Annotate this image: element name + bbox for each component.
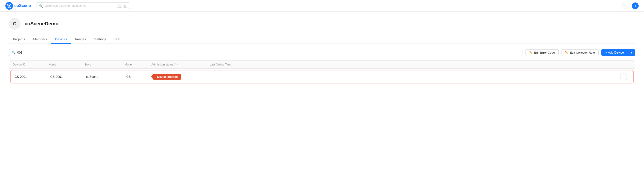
cell-model: CS [126, 75, 153, 78]
col-actions [622, 63, 631, 66]
topnav: coScene 🔍 Quick operations or navigate t… [0, 0, 644, 12]
edit-collector-rule-button[interactable]: ✏️ Edit Collector Rule [561, 49, 598, 56]
search-icon: 🔍 [39, 4, 43, 8]
cell-actions: ··· [620, 73, 630, 80]
admission-status-help-icon[interactable]: ? [174, 63, 178, 66]
table-row-wrap: CS-0001 CS-0001 coScene CS Device create… [9, 70, 635, 83]
cell-store: coScene [86, 75, 126, 78]
edit-collector-rule-label: Edit Collector Rule [570, 51, 595, 54]
col-name: Name [48, 63, 84, 66]
toolbar: 🔍 ✏️ Edit Error Code ✏️ Edit Collector R… [9, 49, 635, 56]
search-kbd: ⌘ K [117, 4, 127, 8]
more-dots-icon: ··· [622, 75, 626, 78]
add-device-group: + Add Device ▼ [601, 49, 635, 56]
chevron-down-icon: ▼ [630, 51, 633, 54]
device-created-label: Device created [153, 74, 181, 79]
col-last-online: Last Online Time [210, 63, 622, 66]
row-more-button[interactable]: ··· [620, 73, 627, 80]
svg-point-1 [8, 5, 10, 7]
edit-error-code-icon: ✏️ [529, 51, 533, 54]
org-name: coSceneDemo [24, 21, 58, 27]
edit-error-code-button[interactable]: ✏️ Edit Error Code [526, 49, 558, 56]
devices-table: Device ID Name Store Model Admission sta… [9, 60, 635, 85]
avatar-initials: li [634, 4, 636, 8]
cell-admission-status: Device created [153, 74, 211, 79]
edit-error-code-label: Edit Error Code [534, 51, 555, 54]
add-device-label: + Add Device [605, 51, 624, 54]
logo-text: coScene [14, 3, 31, 8]
tabs: Projects Members Devices Images Settings… [9, 35, 635, 44]
org-avatar-letter: C [13, 21, 16, 27]
col-admission-status: Admission status ? [152, 63, 210, 66]
nav-right: ? li [622, 3, 639, 9]
device-created-badge: Device created [153, 74, 181, 79]
tab-stat[interactable]: Stat [110, 35, 124, 44]
tab-images[interactable]: Images [71, 35, 90, 44]
edit-collector-rule-icon: ✏️ [565, 51, 568, 54]
help-icon-text: ? [624, 4, 626, 8]
add-device-button[interactable]: + Add Device [601, 49, 628, 56]
logo-icon [5, 2, 13, 10]
avatar[interactable]: li [632, 3, 639, 9]
search-placeholder: Quick operations or navigate to... [45, 4, 88, 8]
cell-name: CS-0001 [50, 75, 86, 78]
col-store: Store [84, 63, 124, 66]
device-search-wrap[interactable]: 🔍 [9, 49, 523, 56]
device-search-icon: 🔍 [12, 51, 16, 54]
cell-device-id: CS-0001 [14, 75, 50, 78]
tab-devices[interactable]: Devices [51, 35, 71, 44]
table-row: CS-0001 CS-0001 coScene CS Device create… [10, 70, 634, 83]
org-avatar: C [9, 18, 20, 30]
kbd-k: K [123, 4, 127, 8]
col-model: Model [124, 63, 152, 66]
device-search-input[interactable] [17, 51, 520, 54]
org-header: C coSceneDemo [9, 18, 635, 30]
logo: coScene [5, 2, 31, 10]
tab-members[interactable]: Members [29, 35, 51, 44]
main-content: C coSceneDemo Projects Members Devices I… [0, 12, 644, 85]
tab-projects[interactable]: Projects [9, 35, 29, 44]
kbd-cmd: ⌘ [117, 4, 122, 8]
add-device-dropdown[interactable]: ▼ [628, 49, 635, 56]
global-search-bar[interactable]: 🔍 Quick operations or navigate to... ⌘ K [36, 3, 130, 9]
tab-settings[interactable]: Settings [90, 35, 110, 44]
col-device-id: Device ID [13, 63, 48, 66]
table-header: Device ID Name Store Model Admission sta… [9, 60, 635, 69]
help-button[interactable]: ? [622, 3, 628, 9]
